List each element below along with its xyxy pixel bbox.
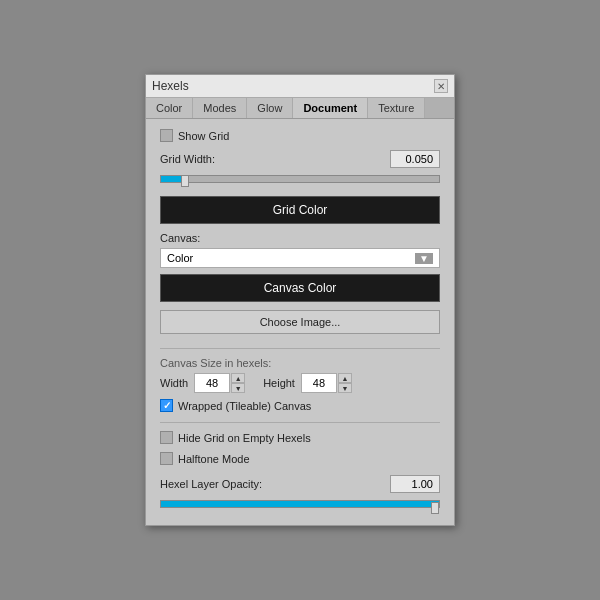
wrapped-canvas-checkbox[interactable] <box>160 399 173 412</box>
halftone-checkbox[interactable] <box>160 452 173 465</box>
canvas-color-button[interactable]: Canvas Color <box>160 274 440 302</box>
grid-width-slider-track <box>160 175 440 183</box>
height-label: Height <box>263 377 295 389</box>
show-grid-checkbox[interactable] <box>160 129 173 142</box>
tab-glow[interactable]: Glow <box>247 98 293 118</box>
hide-grid-row: Hide Grid on Empty Hexels <box>160 431 440 444</box>
grid-color-button[interactable]: Grid Color <box>160 196 440 224</box>
opacity-row: Hexel Layer Opacity: 1.00 <box>160 475 440 493</box>
canvas-section-label: Canvas: <box>160 232 440 244</box>
opacity-slider-thumb[interactable] <box>431 502 439 514</box>
opacity-slider[interactable] <box>160 497 440 511</box>
width-down-button[interactable]: ▼ <box>231 383 245 393</box>
show-grid-row: Show Grid <box>160 129 440 142</box>
height-spinner-buttons: ▲ ▼ <box>338 373 352 393</box>
grid-width-label: Grid Width: <box>160 153 215 165</box>
canvas-dropdown-value: Color <box>167 252 193 264</box>
tab-bar: Color Modes Glow Document Texture <box>146 98 454 119</box>
hexels-window: Hexels ✕ Color Modes Glow Document Textu… <box>145 74 455 526</box>
grid-width-value[interactable]: 0.050 <box>390 150 440 168</box>
width-label: Width <box>160 377 188 389</box>
opacity-slider-track <box>160 500 440 508</box>
tab-color[interactable]: Color <box>146 98 193 118</box>
grid-width-slider[interactable] <box>160 172 440 186</box>
canvas-dropdown-row: Color ▼ <box>160 248 440 268</box>
wrapped-canvas-row: Wrapped (Tileable) Canvas <box>160 399 440 412</box>
show-grid-label: Show Grid <box>178 130 229 142</box>
height-down-button[interactable]: ▼ <box>338 383 352 393</box>
opacity-label: Hexel Layer Opacity: <box>160 478 262 490</box>
divider-2 <box>160 422 440 423</box>
content-area: Show Grid Grid Width: 0.050 Grid Color C… <box>146 119 454 525</box>
canvas-dropdown-arrow: ▼ <box>415 253 433 264</box>
width-up-button[interactable]: ▲ <box>231 373 245 383</box>
canvas-size-section: Canvas Size in hexels: Width ▲ ▼ Height … <box>160 357 440 393</box>
grid-width-slider-fill <box>161 176 183 182</box>
hide-grid-checkbox[interactable] <box>160 431 173 444</box>
canvas-size-label: Canvas Size in hexels: <box>160 357 440 369</box>
opacity-value[interactable]: 1.00 <box>390 475 440 493</box>
close-button[interactable]: ✕ <box>434 79 448 93</box>
halftone-row: Halftone Mode <box>160 452 440 465</box>
grid-width-slider-thumb[interactable] <box>181 175 189 187</box>
tab-modes[interactable]: Modes <box>193 98 247 118</box>
height-up-button[interactable]: ▲ <box>338 373 352 383</box>
height-spinner[interactable]: ▲ ▼ <box>301 373 352 393</box>
width-input[interactable] <box>194 373 230 393</box>
canvas-size-row: Width ▲ ▼ Height ▲ ▼ <box>160 373 440 393</box>
hide-grid-label: Hide Grid on Empty Hexels <box>178 432 311 444</box>
canvas-dropdown[interactable]: Color ▼ <box>160 248 440 268</box>
choose-image-button[interactable]: Choose Image... <box>160 310 440 334</box>
wrapped-canvas-label: Wrapped (Tileable) Canvas <box>178 400 311 412</box>
title-bar: Hexels ✕ <box>146 75 454 98</box>
window-title: Hexels <box>152 79 189 93</box>
tab-texture[interactable]: Texture <box>368 98 425 118</box>
grid-width-row: Grid Width: 0.050 <box>160 150 440 168</box>
width-spinner-buttons: ▲ ▼ <box>231 373 245 393</box>
height-input[interactable] <box>301 373 337 393</box>
halftone-label: Halftone Mode <box>178 453 250 465</box>
tab-document[interactable]: Document <box>293 98 368 118</box>
width-spinner[interactable]: ▲ ▼ <box>194 373 245 393</box>
divider-1 <box>160 348 440 349</box>
